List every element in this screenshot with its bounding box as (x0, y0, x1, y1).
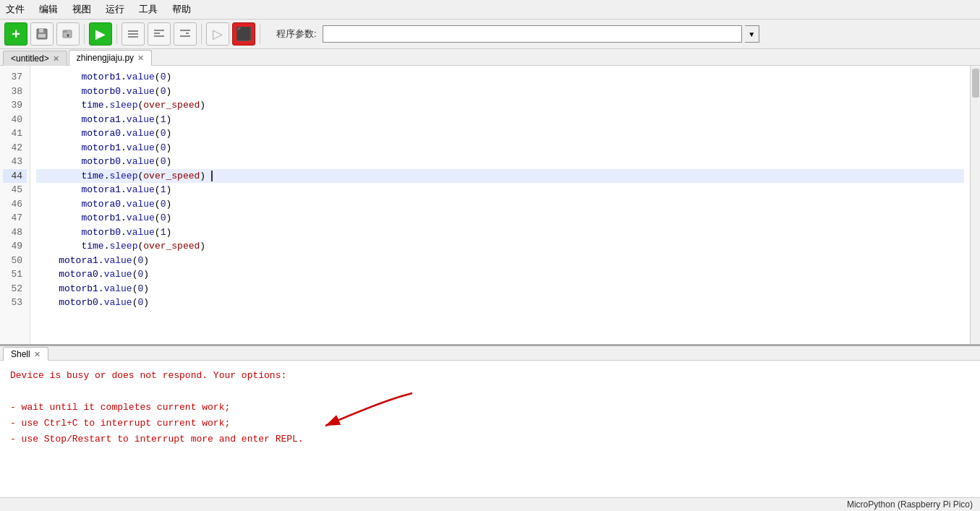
zhinengjiaju-tab[interactable]: zhinengjiaju.py ✕ (69, 50, 152, 66)
status-text: MicroPython (Raspberry Pi Pico) (847, 499, 973, 510)
menu-help[interactable]: 帮助 (169, 1, 194, 17)
shell-message-4: - use Ctrl+C to interrupt current work; (10, 416, 970, 431)
svg-rect-15 (180, 35, 190, 37)
step-in-icon (153, 27, 166, 40)
step-out-button[interactable] (174, 22, 197, 46)
save-icon (35, 27, 48, 40)
svg-rect-10 (154, 30, 164, 31)
param-label: 程序参数: (276, 27, 317, 40)
editor-area: 3738394041424344454647484950515253 motor… (0, 66, 980, 497)
shell-tab-label: Shell (11, 349, 30, 359)
untitled-tab-label: <untitled> (11, 53, 49, 64)
shell-tabs: Shell ✕ (0, 346, 980, 361)
step-in-button[interactable] (148, 22, 171, 46)
menubar: 文件 编辑 视图 运行 工具 帮助 (0, 0, 980, 20)
shell-message-2 (10, 384, 970, 400)
param-dropdown[interactable]: ▼ (745, 25, 759, 43)
svg-rect-1 (39, 29, 43, 33)
menu-edit[interactable]: 编辑 (36, 1, 61, 17)
step-over-button[interactable] (122, 22, 145, 46)
shell-panel: Shell ✕ Device is busy or does not respo… (0, 345, 980, 497)
editor-scroll-thumb[interactable] (972, 69, 979, 98)
untitled-tab[interactable]: <untitled> ✕ (3, 51, 67, 66)
shell-message-3: - wait until it completes current work; (10, 400, 970, 416)
tabs-bar: <untitled> ✕ zhinengjiaju.py ✕ (0, 49, 980, 66)
menu-file[interactable]: 文件 (3, 1, 27, 17)
divider-4 (260, 24, 260, 44)
shell-message-5: - use Stop/Restart to interrupt more and… (10, 431, 970, 447)
svg-rect-12 (154, 35, 164, 37)
shell-tab-close[interactable]: ✕ (34, 350, 41, 359)
shell-content: Device is busy or does not respond. Your… (0, 361, 980, 497)
svg-rect-4 (63, 30, 67, 33)
shell-tab[interactable]: Shell ✕ (3, 347, 48, 361)
svg-rect-9 (128, 36, 138, 38)
svg-rect-14 (186, 33, 189, 34)
svg-rect-8 (128, 33, 138, 35)
divider-2 (116, 24, 117, 44)
step-out-icon (179, 27, 192, 40)
zhinengjiaju-tab-close[interactable]: ✕ (137, 53, 144, 63)
save-button[interactable] (30, 22, 54, 46)
divider-3 (201, 24, 202, 44)
svg-rect-2 (38, 34, 46, 38)
param-input[interactable] (323, 25, 742, 43)
svg-rect-11 (154, 33, 160, 34)
arrow-graphic (282, 386, 441, 458)
svg-rect-7 (128, 30, 138, 32)
new-file-button[interactable]: + (4, 22, 27, 46)
shell-message-1: Device is busy or does not respond. Your… (10, 368, 970, 384)
line-numbers: 3738394041424344454647484950515253 (0, 66, 30, 344)
load-button[interactable] (56, 22, 80, 46)
load-icon (61, 27, 74, 40)
divider-1 (84, 24, 85, 44)
menu-tools[interactable]: 工具 (136, 1, 161, 17)
code-panel: 3738394041424344454647484950515253 motor… (0, 66, 980, 345)
stop-button[interactable]: ⬛ (232, 22, 255, 46)
svg-rect-13 (180, 30, 190, 31)
zhinengjiaju-tab-label: zhinengjiaju.py (77, 53, 134, 63)
code-content[interactable]: motorb1.value(0) motorb0.value(0) time.s… (30, 66, 970, 344)
resume-button[interactable]: ▷ (206, 22, 229, 46)
run-button[interactable]: ▶ (89, 22, 112, 46)
untitled-tab-close[interactable]: ✕ (53, 54, 59, 64)
editor-scrollbar[interactable] (970, 66, 980, 344)
menu-run[interactable]: 运行 (103, 1, 127, 17)
status-bar: MicroPython (Raspberry Pi Pico) (0, 497, 980, 511)
menu-view[interactable]: 视图 (69, 1, 94, 17)
toolbar: + ▶ (0, 20, 980, 49)
step-over-icon (127, 27, 140, 40)
